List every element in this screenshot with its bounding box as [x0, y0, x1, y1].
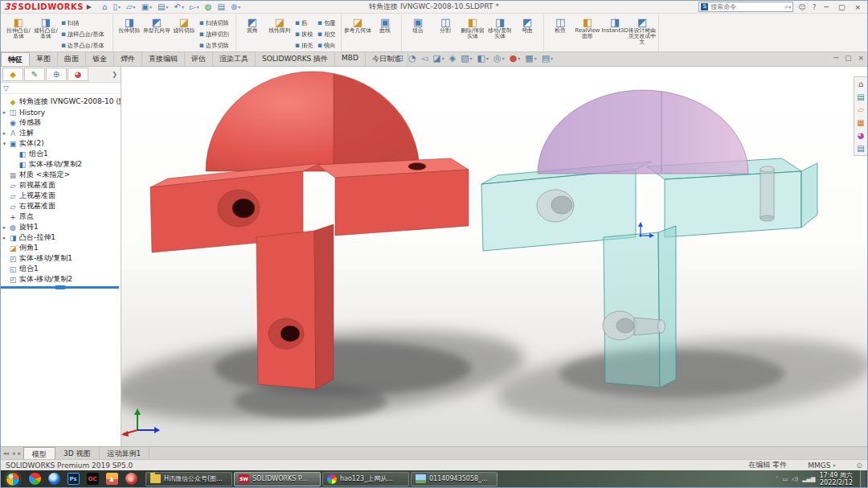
ribbon-button[interactable]: ◩将设计树由英文改成中文 [628, 15, 656, 51]
ribbon-small-button[interactable]: ▪镜向 [316, 39, 338, 51]
options-icon[interactable]: ⊚▾ [228, 2, 243, 13]
rollback-bar[interactable] [1, 286, 119, 289]
view-palette-icon[interactable]: ▦ [856, 117, 866, 128]
colorful-app-icon[interactable] [25, 471, 44, 486]
save-icon[interactable]: ▣▾ [139, 2, 154, 13]
ribbon-small-button[interactable]: ▪扫描切除 [198, 17, 233, 28]
tree-item[interactable]: ▱右视基准面 [1, 201, 121, 211]
ribbon-button[interactable]: ◩异型孔向导 [143, 15, 170, 51]
tab-焊件[interactable]: 焊件 [114, 52, 142, 66]
search-input[interactable] [710, 3, 784, 10]
hide-show-items-icon[interactable]: ◎▾ [492, 53, 506, 64]
login-icon[interactable]: ☺ [796, 3, 807, 11]
tree-item[interactable]: ◆转角连接 IVNGWC-2008-10 (默认<<默 [1, 96, 121, 107]
ribbon-small-button[interactable]: ▪放样凸台/基体 [59, 28, 110, 39]
section-view-icon[interactable]: ◪▾ [431, 53, 445, 64]
model-tab-3D 视图[interactable]: 3D 视图 [55, 447, 100, 459]
featuremanager-tab[interactable]: ◆ [2, 68, 23, 81]
undo-icon[interactable]: ↶▾ [172, 2, 186, 13]
view-orientation-icon[interactable]: ▧▾ [459, 53, 473, 64]
show-desktop-button[interactable] [860, 470, 866, 487]
ribbon-button[interactable]: ◩弯曲 [514, 15, 541, 51]
units-selector[interactable]: MMGS ▾ [808, 461, 835, 470]
ribbon-button[interactable]: ◩圆角 [239, 15, 266, 51]
tab-渲染工具[interactable]: 渲染工具 [213, 52, 256, 66]
tree-item[interactable]: ◱组合1 [1, 264, 121, 274]
photoshop-icon[interactable]: Ps [63, 471, 83, 486]
blue-browser-icon[interactable] [44, 471, 63, 486]
model-tab-运动算例1[interactable]: 运动算例1 [100, 447, 150, 459]
ribbon-small-button[interactable]: ▪扫描 [59, 17, 110, 28]
display-icon[interactable]: ▭ [782, 476, 788, 482]
command-search[interactable]: S ⌕ ▾ [698, 2, 793, 12]
new-file-icon[interactable]: ▯▾ [110, 2, 123, 13]
model-tab-模型[interactable]: 模型 [23, 447, 55, 459]
file-properties-icon[interactable]: ▤ [215, 2, 227, 13]
network-icon[interactable]: ▂▄▆ [802, 476, 815, 482]
tab-特征[interactable]: 特征 [1, 52, 30, 66]
search-caret-icon[interactable]: ▾ [788, 4, 791, 10]
help-icon[interactable]: ? [811, 3, 818, 11]
apply-scene-icon[interactable]: ▦▾ [523, 53, 538, 64]
expand-arrow-icon[interactable]: ▶ [87, 3, 92, 10]
propertymanager-tab[interactable]: ✎ [24, 68, 45, 81]
design-library-icon[interactable]: ▤ [856, 92, 866, 102]
chevron-right-icon[interactable]: ❯ [112, 71, 121, 78]
taskbar-window-button[interactable]: 011409435058_... [411, 472, 497, 486]
tab-曲面[interactable]: 曲面 [58, 52, 86, 66]
tree-item[interactable]: ▸◍旋转1 [1, 222, 121, 232]
tab-MBD[interactable]: MBD [335, 52, 366, 66]
annotation-view-icon[interactable]: ◈ [448, 53, 457, 64]
taskbar-window-button[interactable]: SWSOLIDWORKS P... [234, 472, 321, 486]
ribbon-button[interactable]: ◫检查 [547, 15, 574, 51]
zoom-fit-icon[interactable]: ⊡ [395, 53, 405, 64]
zoom-area-icon[interactable]: ◔ [407, 53, 418, 64]
open-file-icon[interactable]: ▱▾ [124, 2, 138, 13]
ribbon-button[interactable]: ◪参考几何体 [344, 15, 371, 51]
taskbar-window-button[interactable]: hao123_上网从... [322, 472, 409, 486]
doc-restore-icon[interactable]: ▢ [845, 54, 852, 62]
filter-funnel-icon[interactable]: ▽ [3, 84, 9, 92]
tab-评估[interactable]: 评估 [185, 52, 213, 66]
tab-scroll-prev-icon[interactable]: ◂ [12, 450, 15, 457]
tree-item[interactable]: ◧组合1 [1, 149, 121, 159]
select-icon[interactable]: ▻▾ [187, 2, 202, 13]
tree-item[interactable]: ▱前视基准面 [1, 180, 121, 191]
ribbon-small-button[interactable]: ▪抽壳 [293, 39, 316, 51]
dimxpertmanager-tab[interactable]: ◕ [68, 68, 88, 81]
start-button-icon[interactable] [6, 472, 20, 486]
ribbon-small-button[interactable]: ▪相交 [316, 28, 338, 39]
taskbar-window-button[interactable]: H讯微信公众号(图... [145, 472, 232, 486]
tab-钣金[interactable]: 钣金 [86, 52, 114, 66]
tab-草图[interactable]: 草图 [30, 52, 58, 66]
close-icon[interactable]: × [851, 3, 864, 11]
configurationmanager-tab[interactable]: ⊕ [46, 68, 67, 81]
ribbon-button[interactable]: ▣曲线 [371, 15, 399, 51]
volume-icon[interactable]: ◁) [792, 476, 798, 482]
minimize-icon[interactable]: ─ [821, 3, 832, 11]
ribbon-small-button[interactable]: ▪放样切割 [198, 28, 233, 39]
tree-item[interactable]: ◰实体-移动/复制2 [1, 274, 121, 285]
tree-item[interactable]: +原点 [1, 211, 121, 222]
ribbon-button[interactable]: ◪线性阵列 [266, 15, 293, 51]
ribbon-button[interactable]: ◨拉伸切除 [116, 15, 143, 51]
tree-expand-icon[interactable]: ▸ [1, 130, 8, 137]
tag-icon[interactable]: ⊙ [856, 461, 862, 470]
tab-SOLIDWORKS 插件[interactable]: SOLIDWORKS 插件 [256, 52, 335, 66]
tree-item[interactable]: ▦材质 <未指定> [1, 170, 121, 180]
home-icon[interactable]: ⌂ [856, 79, 866, 89]
file-explorer-icon[interactable]: ▱ [856, 105, 866, 115]
ribbon-button[interactable]: ◨移动/复制实体 [486, 15, 514, 51]
tree-item[interactable]: ◉传感器 [1, 117, 121, 128]
ribbon-button[interactable]: ◨Instant3D [601, 15, 628, 51]
image-app-icon[interactable]: ▲ [102, 471, 121, 486]
tree-expand-icon[interactable]: ▸ [1, 224, 8, 231]
taskbar-clock[interactable]: 17:49 周六 2022/2/12 [819, 472, 856, 486]
ribbon-small-button[interactable]: ▪筋 [293, 17, 316, 28]
view-settings-icon[interactable]: ▤▾ [540, 53, 555, 64]
tree-item[interactable]: ▱上视基准面 [1, 191, 121, 201]
ribbon-small-button[interactable]: ▪包覆 [316, 17, 338, 28]
ribbon-button[interactable]: ▣组合 [404, 15, 432, 51]
ribbon-button[interactable]: ◧RealView 图形 [574, 15, 601, 51]
graphics-area[interactable]: ⌂▤▱▦◕▤ [121, 67, 867, 446]
